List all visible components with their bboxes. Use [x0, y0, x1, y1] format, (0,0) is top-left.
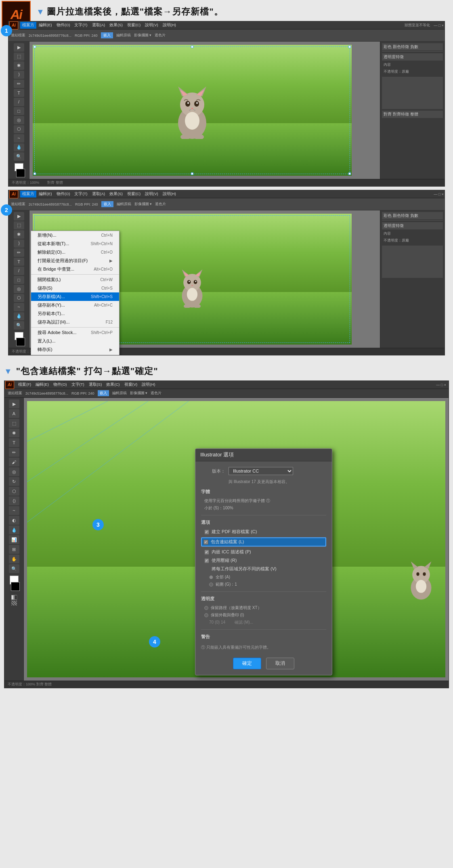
- panel2-edit-orig[interactable]: 編輯原稿: [117, 202, 131, 207]
- p3-tool-rot[interactable]: ↻: [9, 477, 19, 486]
- panel2-menu-help[interactable]: 說明(H): [161, 191, 178, 198]
- p2-tool-eyedrop[interactable]: 💧: [14, 312, 24, 321]
- menu-recent[interactable]: 打開最近使用過的項目(F) ▶: [31, 256, 119, 265]
- p2-tool-paint[interactable]: ◎: [14, 285, 24, 293]
- p2-tool-select[interactable]: ▶: [14, 212, 24, 221]
- p2-tool-pen[interactable]: ✏: [14, 248, 24, 257]
- p3-menu-edit[interactable]: 編輯(E): [34, 381, 51, 388]
- tool-gradient[interactable]: ⬡: [14, 125, 24, 134]
- p2-tool-gradient[interactable]: ⬡: [14, 294, 24, 303]
- menu-revert[interactable]: 儲存為設訂(H)... F12: [31, 318, 119, 326]
- checkbox-linked-box[interactable]: ✓: [203, 540, 208, 544]
- panel2-embed[interactable]: 嵌入: [101, 201, 113, 207]
- p3-menu-object[interactable]: 物件(O): [51, 381, 69, 388]
- p3-embed-btn[interactable]: 嵌入: [98, 390, 109, 396]
- p3-color-stroke[interactable]: [11, 582, 20, 591]
- tool-rect[interactable]: □: [14, 107, 24, 116]
- color-mask[interactable]: 遮色片: [155, 33, 166, 38]
- p3-tool-b[interactable]: ⬚: [9, 419, 19, 428]
- handle-tm[interactable]: [191, 46, 193, 48]
- checkbox-linked[interactable]: ✓ 包含連結檔案 (L): [201, 537, 326, 546]
- p2-tool-blend[interactable]: ~: [14, 303, 24, 311]
- menu-close[interactable]: 關閉檔案(L) Ctrl+W: [31, 275, 119, 284]
- tool-paint[interactable]: ◎: [14, 116, 24, 124]
- handle-bm[interactable]: [191, 172, 193, 175]
- p2-tool-direct[interactable]: ⬚: [14, 221, 24, 230]
- menu-text[interactable]: 文字(T): [72, 22, 89, 29]
- panel2-menu-effect[interactable]: 效果(S): [107, 191, 125, 198]
- menu-export-selection[interactable]: 轉存選取範圍...: [31, 354, 119, 355]
- tool-eyedrop[interactable]: 💧: [14, 143, 24, 152]
- tool-select[interactable]: ▶: [14, 43, 24, 52]
- tool-blend[interactable]: ~: [14, 134, 24, 143]
- p2-tool-magic[interactable]: ✱: [14, 230, 24, 239]
- trans-radio1-btn[interactable]: [204, 606, 208, 610]
- p3-tool-blend[interactable]: ◐: [9, 516, 19, 525]
- menu-object[interactable]: 物件(O): [55, 22, 72, 29]
- radio-all-btn[interactable]: [209, 575, 213, 579]
- panel2-menu-object[interactable]: 物件(O): [55, 191, 72, 198]
- handle-tr[interactable]: [348, 46, 351, 48]
- tool-zoom[interactable]: 🔍: [14, 152, 24, 161]
- p2-tool-text[interactable]: T: [14, 258, 24, 266]
- checkbox-pdf-box[interactable]: ✓: [204, 530, 209, 534]
- menu-place[interactable]: 置入(L)...: [31, 337, 119, 345]
- panel2-color-mask[interactable]: 遮色片: [155, 202, 166, 207]
- edit-original[interactable]: 編輯原稿: [116, 33, 131, 38]
- p3-menu-view[interactable]: 視窗(V): [122, 381, 140, 388]
- tool-magic[interactable]: ✱: [14, 61, 24, 70]
- p2-tool-lasso[interactable]: ⟩: [14, 240, 24, 248]
- p3-pattern[interactable]: [11, 601, 17, 605]
- tool-text[interactable]: T: [14, 89, 24, 97]
- menu-new[interactable]: 新增(N)... Ctrl+N: [31, 231, 119, 240]
- p3-gradient[interactable]: [11, 595, 17, 600]
- dialog-version-select[interactable]: Illustrator CC: [229, 467, 293, 475]
- p2-color-stroke[interactable]: [16, 338, 25, 346]
- menu-bridge[interactable]: 在 Bridge 中查覽... Alt+Ctrl+O: [31, 265, 119, 273]
- p3-tool-pen[interactable]: ✏: [9, 448, 19, 457]
- menu-select[interactable]: 選取(A): [90, 22, 107, 29]
- panel2-menu-edit[interactable]: 編輯(E): [37, 191, 54, 198]
- panel2-img-mask[interactable]: 影像摑圖 ▾: [134, 202, 152, 207]
- p3-menu-effect[interactable]: 效果(C): [104, 381, 122, 388]
- menu-edit[interactable]: 編輯(E): [37, 22, 54, 29]
- checkbox-compress-box[interactable]: ✓: [204, 558, 209, 563]
- tool-pen[interactable]: ✏: [14, 80, 24, 88]
- handle-bl[interactable]: [34, 172, 36, 175]
- panel2-menu-window[interactable]: 說明(V): [143, 191, 160, 198]
- p3-tool-brush[interactable]: 🖌: [9, 458, 19, 467]
- p3-tool-graph[interactable]: 📊: [9, 535, 19, 544]
- menu-save-as[interactable]: 另存新檔(A)... Shift+Ctrl+S: [31, 292, 119, 301]
- radio-range-btn[interactable]: [209, 582, 213, 586]
- p3-tool-c[interactable]: ✱: [9, 429, 19, 437]
- menu-new-from-template[interactable]: 從範本新增(T)... Shift+Ctrl+N: [31, 240, 119, 248]
- menu-open[interactable]: 解除鎖定(O)... Ctrl+O: [31, 248, 119, 256]
- tool-line[interactable]: /: [14, 98, 24, 106]
- menu-effect[interactable]: 效果(S): [107, 22, 125, 29]
- tool-direct[interactable]: ⬚: [14, 53, 24, 61]
- handle-br[interactable]: [348, 172, 351, 175]
- menu-export[interactable]: 轉存(E) ▶: [31, 345, 119, 354]
- panel2-menu-view[interactable]: 視窗(C): [125, 191, 143, 198]
- p3-tool-eyedrop[interactable]: 💧: [9, 525, 19, 534]
- embed-btn[interactable]: 嵌入: [101, 32, 113, 38]
- menu-window[interactable]: 說明(V): [143, 22, 160, 29]
- p3-tool-select[interactable]: ▶: [9, 399, 19, 408]
- p3-tool-hand[interactable]: ✋: [9, 555, 19, 563]
- p2-tool-zoom[interactable]: 🔍: [14, 321, 24, 330]
- p3-color-mask[interactable]: 遮色片: [151, 391, 161, 396]
- p3-tool-scale[interactable]: ⬡: [9, 487, 19, 496]
- color-stroke[interactable]: [16, 169, 25, 177]
- dialog-confirm-btn[interactable]: 確定: [233, 658, 261, 669]
- panel2-menu-file[interactable]: 檔案方: [20, 191, 36, 198]
- menu-help[interactable]: 說明(H): [161, 22, 178, 29]
- p3-menu-window[interactable]: 說明(H): [140, 381, 157, 388]
- menu-save[interactable]: 儲存(S) Ctrl+S: [31, 284, 119, 292]
- p3-menu-select[interactable]: 選取(S): [87, 381, 104, 388]
- checkbox-icc-box[interactable]: ✓: [204, 550, 209, 555]
- p2-tool-line[interactable]: /: [14, 267, 24, 275]
- handle-tl[interactable]: [34, 46, 36, 48]
- menu-save-copy[interactable]: 儲存副本(Y)... Alt+Ctrl+C: [31, 301, 119, 309]
- p3-edit-orig[interactable]: 編輯原稿: [112, 391, 127, 396]
- p3-img-mask[interactable]: 影像摑圖 ▾: [130, 391, 148, 396]
